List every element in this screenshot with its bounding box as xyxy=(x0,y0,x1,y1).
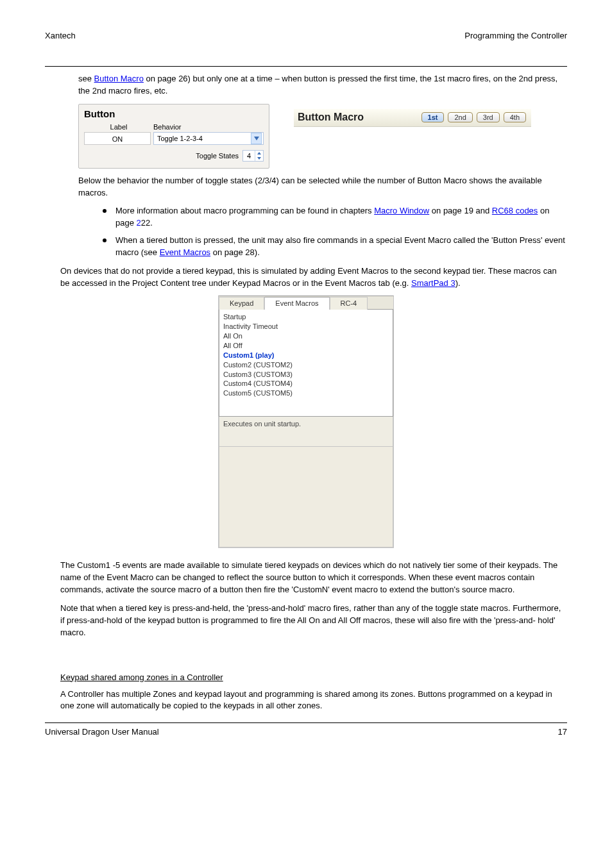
button-macro-title: Button Macro xyxy=(298,112,364,123)
behavior-select[interactable]: Toggle 1-2-3-4 xyxy=(153,132,264,145)
para-below-figs: Below the behavior the number of toggle … xyxy=(45,175,567,199)
footer-left: Universal Dragon User Manual xyxy=(45,727,159,737)
evm-tab-keypad[interactable]: Keypad xyxy=(219,297,264,310)
link-event-macros[interactable]: Event Macros xyxy=(160,247,210,257)
link-smartpad3[interactable]: SmartPad 3 xyxy=(411,278,455,288)
para-shared-keypad: A Controller has multiple Zones and keyp… xyxy=(45,689,567,713)
toggle-states-label: Toggle States xyxy=(196,152,239,160)
text-frag: on page 19 and xyxy=(432,206,492,215)
evm-hint: Executes on unit startup. xyxy=(219,417,393,447)
toggle-states-value: 4 xyxy=(243,152,255,160)
spinner-up-icon[interactable] xyxy=(255,151,263,156)
evm-item-custom1[interactable]: Custom1 (play) xyxy=(222,351,391,360)
toggle-states-spinner[interactable]: 4 xyxy=(242,150,264,162)
label-header: Label xyxy=(84,123,153,131)
evm-item-allon[interactable]: All On xyxy=(222,331,391,341)
chevron-down-icon[interactable] xyxy=(251,133,262,144)
evm-item-custom4[interactable]: Custom4 (CUSTOM4) xyxy=(222,379,391,388)
behavior-value: Toggle 1-2-3-4 xyxy=(157,135,203,142)
text-frag: on page 28). xyxy=(213,247,260,257)
text-frag: 22. xyxy=(141,218,153,228)
macro-tab-3rd[interactable]: 3rd xyxy=(477,112,500,122)
text-frag: see xyxy=(78,74,94,83)
bullet-icon xyxy=(103,238,106,242)
link-macro-window[interactable]: Macro Window xyxy=(374,206,429,215)
evm-list[interactable]: Startup Inactivity Timeout All On All Of… xyxy=(219,309,393,417)
bullet-button-press-event: When a tiered button is pressed, the uni… xyxy=(103,235,567,259)
label-input[interactable]: ON xyxy=(84,132,151,145)
rule-bottom xyxy=(45,722,567,723)
link-rc68[interactable]: RC68 codes xyxy=(492,206,538,215)
para-event-macros-intro: On devices that do not provide a tiered … xyxy=(45,265,567,290)
bullet-more-info: More information about macro programming… xyxy=(103,205,567,230)
evm-item-alloff[interactable]: All Off xyxy=(222,341,391,351)
header-right: Programming the Controller xyxy=(464,31,567,40)
evm-item-inactivity[interactable]: Inactivity Timeout xyxy=(222,322,391,331)
evm-item-startup[interactable]: Startup xyxy=(222,312,391,322)
footer-right: 17 xyxy=(558,727,567,737)
spinner-down-icon[interactable] xyxy=(255,156,263,161)
text-frag: On devices that do not provide a tiered … xyxy=(60,266,557,288)
header-left: Xantech xyxy=(45,31,76,40)
text-frag: on page 26) but only one at a time – whe… xyxy=(78,74,557,96)
bullet-icon xyxy=(103,209,106,213)
para-custom-events: The Custom1 -5 events are made available… xyxy=(45,560,567,596)
para-note-press-hold: Note that when a tiered key is press-and… xyxy=(45,603,567,639)
evm-tab-rc4[interactable]: RC-4 xyxy=(330,297,368,310)
svg-marker-1 xyxy=(257,152,261,154)
figure-event-macros: Keypad Event Macros RC-4 Startup Inactiv… xyxy=(218,296,394,548)
button-box-title: Button xyxy=(84,108,264,119)
link-page-22[interactable]: 2 xyxy=(137,218,141,228)
evm-item-custom3[interactable]: Custom3 (CUSTOM3) xyxy=(222,370,391,380)
evm-empty-panel xyxy=(219,447,393,547)
evm-item-custom2[interactable]: Custom2 (CUSTOM2) xyxy=(222,360,391,370)
link-button-macro[interactable]: Button Macro xyxy=(94,74,144,83)
text-frag: ). xyxy=(455,278,461,288)
heading-keypad-shared: Keypad shared among zones in a Controlle… xyxy=(45,672,567,682)
figure-button-macro-tabs: Button Macro 1st 2nd 3rd 4th xyxy=(294,109,531,127)
figure-button-box: Button Label Behavior ON Toggle 1-2-3-4 … xyxy=(78,104,269,169)
evm-tab-event-macros[interactable]: Event Macros xyxy=(264,297,329,310)
macro-tab-2nd[interactable]: 2nd xyxy=(448,112,472,122)
evm-item-custom5[interactable]: Custom5 (CUSTOM5) xyxy=(222,388,391,398)
svg-marker-0 xyxy=(254,137,259,140)
text-frag: More information about macro programming… xyxy=(115,206,374,215)
para-button-macro-ref: see Button Macro on page 26) but only on… xyxy=(45,73,567,97)
macro-tab-1st[interactable]: 1st xyxy=(421,112,445,122)
macro-tab-4th[interactable]: 4th xyxy=(504,112,526,122)
rule-top xyxy=(45,66,567,67)
behavior-header: Behavior xyxy=(153,123,181,131)
svg-marker-2 xyxy=(257,157,261,160)
